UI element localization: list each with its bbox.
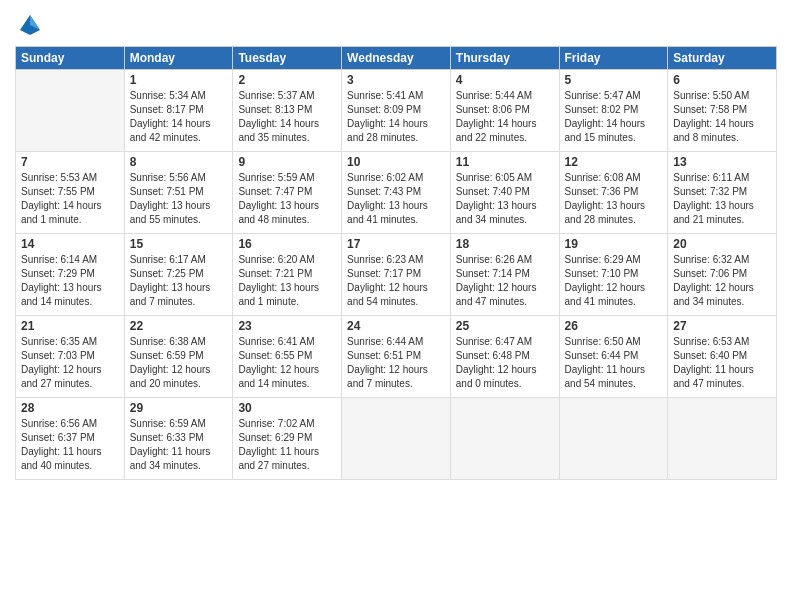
day-number: 7	[21, 155, 119, 169]
day-number: 30	[238, 401, 336, 415]
calendar-cell	[16, 70, 125, 152]
calendar-cell: 19Sunrise: 6:29 AM Sunset: 7:10 PM Dayli…	[559, 234, 668, 316]
weekday-header-saturday: Saturday	[668, 47, 777, 70]
weekday-header-thursday: Thursday	[450, 47, 559, 70]
day-number: 28	[21, 401, 119, 415]
day-number: 21	[21, 319, 119, 333]
logo	[15, 10, 49, 40]
day-info: Sunrise: 7:02 AM Sunset: 6:29 PM Dayligh…	[238, 417, 336, 473]
day-info: Sunrise: 6:59 AM Sunset: 6:33 PM Dayligh…	[130, 417, 228, 473]
day-info: Sunrise: 6:29 AM Sunset: 7:10 PM Dayligh…	[565, 253, 663, 309]
day-number: 13	[673, 155, 771, 169]
weekday-header-sunday: Sunday	[16, 47, 125, 70]
day-info: Sunrise: 5:47 AM Sunset: 8:02 PM Dayligh…	[565, 89, 663, 145]
day-number: 3	[347, 73, 445, 87]
day-info: Sunrise: 5:53 AM Sunset: 7:55 PM Dayligh…	[21, 171, 119, 227]
day-info: Sunrise: 6:44 AM Sunset: 6:51 PM Dayligh…	[347, 335, 445, 391]
day-number: 26	[565, 319, 663, 333]
day-number: 14	[21, 237, 119, 251]
calendar-cell: 24Sunrise: 6:44 AM Sunset: 6:51 PM Dayli…	[342, 316, 451, 398]
day-number: 29	[130, 401, 228, 415]
day-info: Sunrise: 6:53 AM Sunset: 6:40 PM Dayligh…	[673, 335, 771, 391]
day-info: Sunrise: 6:14 AM Sunset: 7:29 PM Dayligh…	[21, 253, 119, 309]
calendar-cell: 18Sunrise: 6:26 AM Sunset: 7:14 PM Dayli…	[450, 234, 559, 316]
week-row-5: 28Sunrise: 6:56 AM Sunset: 6:37 PM Dayli…	[16, 398, 777, 480]
calendar-cell: 17Sunrise: 6:23 AM Sunset: 7:17 PM Dayli…	[342, 234, 451, 316]
calendar-cell: 14Sunrise: 6:14 AM Sunset: 7:29 PM Dayli…	[16, 234, 125, 316]
day-info: Sunrise: 6:20 AM Sunset: 7:21 PM Dayligh…	[238, 253, 336, 309]
weekday-header-wednesday: Wednesday	[342, 47, 451, 70]
weekday-header-tuesday: Tuesday	[233, 47, 342, 70]
calendar-cell: 23Sunrise: 6:41 AM Sunset: 6:55 PM Dayli…	[233, 316, 342, 398]
day-number: 19	[565, 237, 663, 251]
day-info: Sunrise: 6:08 AM Sunset: 7:36 PM Dayligh…	[565, 171, 663, 227]
calendar-cell: 11Sunrise: 6:05 AM Sunset: 7:40 PM Dayli…	[450, 152, 559, 234]
calendar-cell	[559, 398, 668, 480]
calendar-table: SundayMondayTuesdayWednesdayThursdayFrid…	[15, 46, 777, 480]
calendar-cell: 2Sunrise: 5:37 AM Sunset: 8:13 PM Daylig…	[233, 70, 342, 152]
page-header	[15, 10, 777, 40]
day-info: Sunrise: 6:23 AM Sunset: 7:17 PM Dayligh…	[347, 253, 445, 309]
day-info: Sunrise: 6:35 AM Sunset: 7:03 PM Dayligh…	[21, 335, 119, 391]
calendar-cell: 12Sunrise: 6:08 AM Sunset: 7:36 PM Dayli…	[559, 152, 668, 234]
day-info: Sunrise: 5:41 AM Sunset: 8:09 PM Dayligh…	[347, 89, 445, 145]
calendar-cell: 21Sunrise: 6:35 AM Sunset: 7:03 PM Dayli…	[16, 316, 125, 398]
calendar-cell: 29Sunrise: 6:59 AM Sunset: 6:33 PM Dayli…	[124, 398, 233, 480]
day-info: Sunrise: 6:47 AM Sunset: 6:48 PM Dayligh…	[456, 335, 554, 391]
day-number: 22	[130, 319, 228, 333]
day-number: 1	[130, 73, 228, 87]
day-number: 12	[565, 155, 663, 169]
day-number: 15	[130, 237, 228, 251]
day-number: 6	[673, 73, 771, 87]
weekday-header-monday: Monday	[124, 47, 233, 70]
calendar-cell: 20Sunrise: 6:32 AM Sunset: 7:06 PM Dayli…	[668, 234, 777, 316]
day-info: Sunrise: 6:17 AM Sunset: 7:25 PM Dayligh…	[130, 253, 228, 309]
day-number: 9	[238, 155, 336, 169]
day-number: 27	[673, 319, 771, 333]
day-number: 23	[238, 319, 336, 333]
day-info: Sunrise: 6:32 AM Sunset: 7:06 PM Dayligh…	[673, 253, 771, 309]
day-info: Sunrise: 5:50 AM Sunset: 7:58 PM Dayligh…	[673, 89, 771, 145]
calendar-cell: 13Sunrise: 6:11 AM Sunset: 7:32 PM Dayli…	[668, 152, 777, 234]
day-info: Sunrise: 6:11 AM Sunset: 7:32 PM Dayligh…	[673, 171, 771, 227]
day-info: Sunrise: 5:37 AM Sunset: 8:13 PM Dayligh…	[238, 89, 336, 145]
calendar-cell: 7Sunrise: 5:53 AM Sunset: 7:55 PM Daylig…	[16, 152, 125, 234]
week-row-1: 1Sunrise: 5:34 AM Sunset: 8:17 PM Daylig…	[16, 70, 777, 152]
week-row-2: 7Sunrise: 5:53 AM Sunset: 7:55 PM Daylig…	[16, 152, 777, 234]
day-number: 17	[347, 237, 445, 251]
day-info: Sunrise: 6:26 AM Sunset: 7:14 PM Dayligh…	[456, 253, 554, 309]
day-info: Sunrise: 5:59 AM Sunset: 7:47 PM Dayligh…	[238, 171, 336, 227]
day-info: Sunrise: 5:44 AM Sunset: 8:06 PM Dayligh…	[456, 89, 554, 145]
day-number: 25	[456, 319, 554, 333]
day-info: Sunrise: 6:50 AM Sunset: 6:44 PM Dayligh…	[565, 335, 663, 391]
calendar-cell: 10Sunrise: 6:02 AM Sunset: 7:43 PM Dayli…	[342, 152, 451, 234]
calendar-cell: 26Sunrise: 6:50 AM Sunset: 6:44 PM Dayli…	[559, 316, 668, 398]
calendar-cell: 9Sunrise: 5:59 AM Sunset: 7:47 PM Daylig…	[233, 152, 342, 234]
day-number: 20	[673, 237, 771, 251]
calendar-cell: 8Sunrise: 5:56 AM Sunset: 7:51 PM Daylig…	[124, 152, 233, 234]
day-info: Sunrise: 6:38 AM Sunset: 6:59 PM Dayligh…	[130, 335, 228, 391]
day-number: 8	[130, 155, 228, 169]
calendar-cell: 4Sunrise: 5:44 AM Sunset: 8:06 PM Daylig…	[450, 70, 559, 152]
calendar-cell: 1Sunrise: 5:34 AM Sunset: 8:17 PM Daylig…	[124, 70, 233, 152]
day-number: 16	[238, 237, 336, 251]
weekday-header-friday: Friday	[559, 47, 668, 70]
day-info: Sunrise: 5:56 AM Sunset: 7:51 PM Dayligh…	[130, 171, 228, 227]
week-row-3: 14Sunrise: 6:14 AM Sunset: 7:29 PM Dayli…	[16, 234, 777, 316]
day-info: Sunrise: 6:05 AM Sunset: 7:40 PM Dayligh…	[456, 171, 554, 227]
day-info: Sunrise: 6:41 AM Sunset: 6:55 PM Dayligh…	[238, 335, 336, 391]
calendar-cell: 22Sunrise: 6:38 AM Sunset: 6:59 PM Dayli…	[124, 316, 233, 398]
calendar-cell	[450, 398, 559, 480]
calendar-cell: 15Sunrise: 6:17 AM Sunset: 7:25 PM Dayli…	[124, 234, 233, 316]
day-number: 10	[347, 155, 445, 169]
day-number: 18	[456, 237, 554, 251]
day-info: Sunrise: 6:02 AM Sunset: 7:43 PM Dayligh…	[347, 171, 445, 227]
calendar-cell: 30Sunrise: 7:02 AM Sunset: 6:29 PM Dayli…	[233, 398, 342, 480]
logo-icon	[15, 10, 45, 40]
calendar-cell: 6Sunrise: 5:50 AM Sunset: 7:58 PM Daylig…	[668, 70, 777, 152]
day-info: Sunrise: 6:56 AM Sunset: 6:37 PM Dayligh…	[21, 417, 119, 473]
calendar-cell: 27Sunrise: 6:53 AM Sunset: 6:40 PM Dayli…	[668, 316, 777, 398]
calendar-cell	[342, 398, 451, 480]
calendar-cell: 28Sunrise: 6:56 AM Sunset: 6:37 PM Dayli…	[16, 398, 125, 480]
calendar-cell: 25Sunrise: 6:47 AM Sunset: 6:48 PM Dayli…	[450, 316, 559, 398]
